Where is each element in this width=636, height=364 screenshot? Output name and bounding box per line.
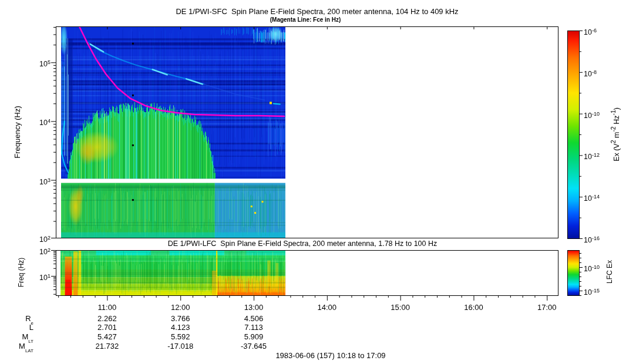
time-axis-label: 14:00: [309, 303, 345, 312]
sfc-colorbar-tick-label: 10-6: [584, 26, 597, 36]
ephemeris-value: 21.732: [80, 342, 133, 350]
lfc-colorbar-label: LFC Ex: [605, 260, 614, 284]
sfc-ytick-label: 105: [27, 58, 51, 68]
ephemeris-value: -37.645: [227, 342, 280, 350]
sfc-ytick-label: 102: [27, 234, 51, 244]
time-axis-label: 12:00: [163, 303, 198, 312]
figure-root: DE 1/PWI-SFC Spin Plane E-Field Spectra,…: [0, 0, 636, 364]
lfc-y-axis-label: Freq (Hz): [17, 258, 25, 288]
ephemeris-row-label: MLAT: [5, 342, 33, 352]
time-axis-label: 11:00: [89, 303, 124, 312]
sfc-subtitle: (Magenta Line: Fce in Hz): [211, 16, 399, 23]
ephemeris-value: 5.427: [80, 332, 133, 341]
ephemeris-value: -17.018: [154, 342, 207, 350]
footer-date-range: 1983-06-06 (157) 10:18 to 17:09: [234, 351, 428, 360]
ephemeris-value: 7.113: [227, 323, 280, 332]
time-axis-label: 17:00: [529, 303, 564, 312]
sfc-colorbar-tick-label: 10-12: [584, 151, 600, 161]
ephemeris-value: 2.701: [80, 323, 133, 332]
sfc-colorbar-tick-label: 10-16: [584, 234, 600, 244]
ephemeris-value: 3.766: [154, 314, 207, 323]
ephemeris-row-label: L: [5, 323, 33, 332]
ephemeris-value: 4.123: [154, 323, 207, 332]
sfc-colorbar-tick-label: 10-10: [584, 110, 600, 120]
lfc-ytick-label: 101: [27, 272, 51, 282]
sfc-title: DE 1/PWI-SFC Spin Plane E-Field Spectra,…: [123, 7, 511, 16]
time-axis-label: 15:00: [383, 303, 418, 312]
ephemeris-value: 5.592: [154, 332, 207, 341]
lfc-colorbar-tick-label: 10-10: [584, 263, 600, 273]
sfc-ytick-label: 104: [27, 117, 51, 127]
sfc-y-axis-label: Frequency (Hz): [13, 106, 22, 159]
lfc-ytick-label: 102: [27, 246, 51, 256]
sfc-ytick-label: 103: [27, 176, 51, 186]
ephemeris-value: 2.262: [80, 314, 133, 323]
time-axis-label: 13:00: [236, 303, 271, 312]
lfc-title: DE 1/PWI-LFC Spin Plane E-Field Spectra,…: [109, 240, 496, 248]
ephemeris-value: 5.909: [227, 332, 280, 341]
sfc-colorbar-tick-label: 10-14: [584, 193, 600, 203]
ephemeris-value: 4.506: [227, 314, 280, 323]
sfc-colorbar-tick-label: 10-8: [584, 68, 597, 78]
time-axis-label: 16:00: [456, 303, 491, 312]
sfc-colorbar-label: Ex (V2 m-2 Hz-1): [610, 107, 620, 161]
lfc-colorbar-tick-label: 10-15: [584, 287, 600, 296]
ephemeris-row-label: MLT: [5, 332, 33, 343]
